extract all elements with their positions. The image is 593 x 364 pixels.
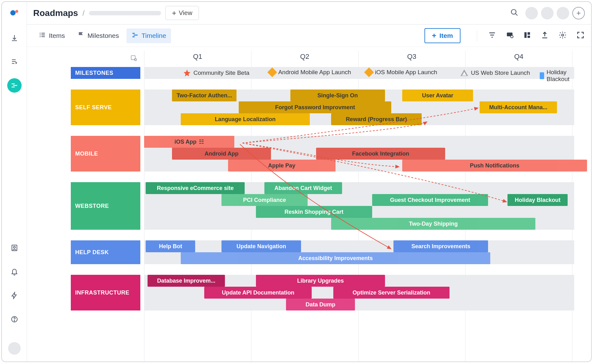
- settings-icon[interactable]: [559, 31, 567, 40]
- bar-label: Update Navigation: [237, 243, 286, 250]
- tab-items[interactable]: Items: [34, 28, 70, 43]
- svg-rect-8: [40, 34, 41, 35]
- timeline-bar[interactable]: Single-Sign On: [290, 90, 385, 101]
- lane: Apple PayPush Notifications: [144, 160, 574, 172]
- quarter-header: Q3: [358, 53, 466, 65]
- rail-avatar[interactable]: [8, 342, 21, 355]
- page-title: Roadmaps: [33, 8, 78, 18]
- fullscreen-icon[interactable]: [577, 31, 584, 40]
- svg-rect-7: [40, 33, 41, 33]
- timeline-bar[interactable]: PCI Compliance: [221, 194, 308, 206]
- toolbar-icons: [476, 30, 584, 41]
- milestone-item[interactable]: Android Mobile App Launch: [269, 69, 351, 76]
- milestone-label: iOS Mobile App Launch: [375, 69, 437, 76]
- timeline-bar[interactable]: Abandon Cart Widget: [264, 182, 342, 194]
- rail-bolt-icon[interactable]: [7, 288, 22, 303]
- timeline-bar[interactable]: Facebook Integration: [316, 148, 445, 160]
- timeline-bar[interactable]: Reward (Progress Bar): [331, 113, 421, 125]
- lane: Reskin Shopping Cart: [144, 206, 574, 218]
- rail-list-icon[interactable]: [7, 54, 22, 69]
- tab-milestones-label: Milestones: [87, 32, 119, 39]
- lane: Accessibility Improvements: [144, 252, 574, 264]
- timeline-bar[interactable]: Optimize Server Serialization: [333, 287, 450, 299]
- timeline-bar[interactable]: Apple Pay: [228, 160, 336, 172]
- milestone-label: Android Mobile App Launch: [278, 69, 351, 76]
- lane: iOS App☷: [144, 136, 574, 148]
- rail-contact-icon[interactable]: [7, 241, 22, 255]
- column-settings-icon[interactable]: [130, 54, 137, 63]
- subtask-icon: ☷: [199, 138, 204, 145]
- timeline-bar[interactable]: Update API Documentation: [204, 287, 312, 299]
- svg-point-6: [511, 9, 516, 14]
- svg-point-0: [10, 10, 15, 16]
- svg-rect-17: [528, 36, 530, 38]
- timeline-bar[interactable]: Responsive eCommerce site: [146, 182, 245, 194]
- milestone-item[interactable]: Community Site Beta: [183, 69, 249, 77]
- bar-label: Android App: [205, 151, 238, 157]
- app-logo: [10, 9, 19, 18]
- rail-timeline-icon[interactable]: [7, 78, 22, 93]
- view-tab-bar: Items Milestones Timeline + Item: [27, 24, 591, 47]
- timeline-bar[interactable]: Multi-Account Mana...: [480, 101, 557, 113]
- timeline-bar[interactable]: User Avatar: [402, 90, 473, 101]
- quarter-header: Q4: [465, 53, 572, 65]
- timeline-bar[interactable]: Two-Factor Authen...: [172, 90, 237, 101]
- layout-icon[interactable]: [523, 31, 531, 40]
- add-view-button[interactable]: + View: [165, 6, 199, 20]
- bar-label: Data Dump: [305, 301, 335, 308]
- timeline-bar[interactable]: Database Improvem...: [148, 275, 225, 287]
- lane: Language LocalizationReward (Progress Ba…: [144, 113, 574, 125]
- avatar-1[interactable]: [525, 7, 538, 19]
- timeline-bar[interactable]: iOS App☷: [144, 136, 234, 148]
- timeline-bar[interactable]: Guest Checkout Improvement: [372, 194, 488, 206]
- bar-label: Single-Sign On: [317, 92, 358, 99]
- export-icon[interactable]: [541, 31, 549, 40]
- section-header-milestones[interactable]: MILESTONES: [71, 67, 140, 79]
- timeline-bar[interactable]: Data Dump: [286, 299, 355, 310]
- timeline-bar[interactable]: Reskin Shopping Cart: [256, 206, 372, 218]
- bar-label: Facebook Integration: [352, 151, 409, 157]
- tab-timeline[interactable]: Timeline: [127, 28, 171, 43]
- milestone-item[interactable]: iOS Mobile App Launch: [366, 69, 437, 76]
- bar-label: Forgot Password Improvment: [275, 104, 355, 111]
- timeline-bar[interactable]: Two-Day Shipping: [331, 218, 535, 230]
- section-header-self-serve[interactable]: SELF SERVE: [71, 90, 140, 125]
- lane: Forgot Password ImprovmentMulti-Account …: [144, 101, 574, 113]
- timeline-bar[interactable]: Update Navigation: [221, 240, 301, 252]
- bar-label: Search Improvements: [411, 243, 470, 250]
- rail-download-icon[interactable]: [7, 31, 22, 45]
- milestone-item[interactable]: US Web Store Launch: [460, 69, 530, 77]
- timeline-bar[interactable]: Search Improvements: [393, 240, 488, 252]
- invite-button[interactable]: +: [572, 7, 585, 19]
- timeline-bar[interactable]: Forgot Password Improvment: [239, 101, 391, 113]
- filter-icon[interactable]: [488, 31, 496, 40]
- section-header-help-desk[interactable]: HELP DESK: [71, 240, 140, 264]
- svg-rect-12: [41, 36, 45, 37]
- timeline-bar[interactable]: Accessibility Improvements: [181, 252, 491, 264]
- search-icon[interactable]: [510, 8, 518, 18]
- tab-milestones[interactable]: Milestones: [72, 28, 124, 43]
- svg-rect-11: [41, 34, 45, 35]
- section-header-infrastructure[interactable]: INFRASTRUCTURE: [71, 275, 140, 310]
- rail-help-icon[interactable]: [7, 312, 22, 326]
- link-icon[interactable]: [506, 31, 513, 40]
- milestone-item[interactable]: Holiday Blackout: [540, 69, 574, 83]
- avatar-3[interactable]: [557, 7, 569, 19]
- timeline-bar[interactable]: Android App: [172, 148, 271, 160]
- avatar-2[interactable]: [541, 7, 554, 19]
- timeline-bar[interactable]: Library Upgrades: [256, 275, 385, 287]
- timeline-bar[interactable]: Push Notifications: [402, 160, 587, 172]
- timeline-bar[interactable]: Holiday Blackout: [507, 194, 568, 206]
- section-header-mobile[interactable]: MOBILE: [71, 136, 140, 172]
- svg-rect-16: [528, 32, 530, 35]
- bar-label: Push Notifications: [470, 162, 519, 169]
- add-item-button[interactable]: + Item: [424, 28, 460, 43]
- bar-label: Language Localization: [215, 116, 276, 123]
- top-bar: Roadmaps / + View +: [27, 2, 591, 24]
- rail-bell-icon[interactable]: [7, 264, 22, 279]
- lane: Responsive eCommerce siteAbandon Cart Wi…: [144, 182, 574, 194]
- timeline-bar[interactable]: Language Localization: [181, 113, 310, 125]
- timeline-bar[interactable]: Help Bot: [146, 240, 195, 252]
- bar-label: Accessibility Improvements: [298, 255, 373, 262]
- section-header-webstore[interactable]: WEBSTORE: [71, 182, 140, 230]
